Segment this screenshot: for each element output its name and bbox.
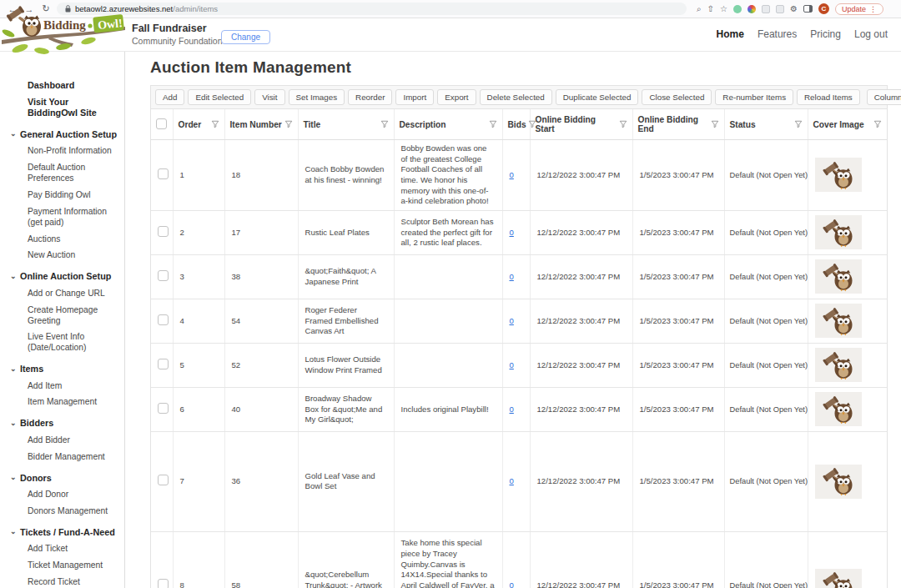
row-checkbox[interactable] bbox=[158, 226, 169, 237]
row-checkbox[interactable] bbox=[158, 403, 169, 414]
sidebar-item[interactable]: Online Auction Setup bbox=[0, 269, 124, 285]
filter-icon[interactable] bbox=[873, 120, 882, 128]
row-checkbox[interactable] bbox=[158, 579, 169, 588]
toolbar-button[interactable]: Re-number Items bbox=[715, 89, 793, 105]
kebab-menu-icon[interactable]: ⋮ bbox=[869, 5, 877, 13]
sidebar-item[interactable]: Item Management bbox=[0, 395, 124, 411]
toolbar-button[interactable]: Edit Selected bbox=[188, 89, 251, 105]
columns-dropdown-button[interactable]: Columns ▼ bbox=[867, 89, 901, 105]
select-all-checkbox[interactable] bbox=[156, 118, 167, 129]
cover-image[interactable] bbox=[815, 215, 862, 249]
column-header[interactable]: Description bbox=[394, 109, 502, 140]
bids-link[interactable]: 0 bbox=[510, 272, 514, 281]
profile-avatar[interactable]: C bbox=[818, 3, 829, 14]
column-header[interactable]: Item Number bbox=[224, 109, 298, 140]
sidebar-item[interactable]: Pay Bidding Owl bbox=[0, 188, 124, 204]
column-header[interactable]: Cover Image bbox=[808, 109, 887, 140]
sidebar-item[interactable]: Donors bbox=[0, 470, 124, 486]
sidebar-item[interactable]: Add Bidder bbox=[0, 432, 124, 449]
filter-icon[interactable] bbox=[284, 120, 293, 128]
sidebar-item[interactable]: Add Donor bbox=[0, 486, 124, 503]
side-panel-icon[interactable] bbox=[803, 5, 813, 13]
sidebar-item[interactable]: Tickets / Fund-A-Need bbox=[0, 524, 124, 540]
toolbar-button[interactable]: Reorder bbox=[348, 89, 392, 105]
sidebar-item[interactable]: Non-Profit Information bbox=[0, 143, 124, 160]
sidebar-item[interactable]: Live Event Info (Date/Location) bbox=[0, 329, 124, 357]
sidebar-item[interactable]: Record Ticket bbox=[0, 574, 124, 588]
filter-icon[interactable] bbox=[380, 120, 389, 128]
nav-link[interactable]: Pricing bbox=[810, 28, 841, 40]
cover-image[interactable] bbox=[815, 348, 862, 382]
column-header[interactable]: Title bbox=[298, 109, 394, 140]
sidebar-item[interactable]: Payment Information (get paid) bbox=[0, 204, 124, 231]
row-checkbox[interactable] bbox=[158, 270, 169, 281]
extension-colorwheel-icon[interactable] bbox=[747, 5, 756, 13]
filter-icon[interactable] bbox=[711, 120, 719, 128]
sidebar-item[interactable]: Add Ticket bbox=[0, 541, 124, 558]
extensions-puzzle-icon[interactable]: ⚙ bbox=[790, 5, 798, 13]
sidebar-item[interactable]: Ticket Management bbox=[0, 558, 124, 575]
toolbar-button[interactable]: Reload Items bbox=[797, 89, 860, 105]
row-checkbox[interactable] bbox=[158, 314, 169, 325]
sidebar-item[interactable]: Bidders bbox=[0, 415, 124, 432]
row-checkbox[interactable] bbox=[158, 168, 169, 179]
sidebar-item[interactable]: Dashboard bbox=[0, 77, 124, 93]
column-header[interactable]: Order bbox=[173, 109, 224, 140]
filter-icon[interactable] bbox=[211, 120, 219, 128]
cover-image[interactable] bbox=[815, 259, 862, 294]
toolbar-button[interactable]: Close Selected bbox=[642, 89, 712, 105]
toolbar-button[interactable]: Add bbox=[155, 89, 184, 105]
extension-icon[interactable] bbox=[762, 5, 770, 13]
share-icon[interactable]: ⇧ bbox=[707, 5, 714, 13]
sidebar-item[interactable]: Auctions bbox=[0, 231, 124, 248]
bids-link[interactable]: 0 bbox=[510, 360, 514, 369]
sidebar-item[interactable]: New Auction bbox=[0, 248, 124, 264]
cover-image[interactable] bbox=[815, 392, 862, 426]
column-header[interactable]: Online Bidding End bbox=[632, 109, 724, 140]
toolbar-button[interactable]: Visit bbox=[254, 89, 284, 105]
extension-flag-icon[interactable] bbox=[776, 5, 784, 13]
update-button[interactable]: Update⋮ bbox=[835, 3, 883, 15]
nav-link[interactable]: Log out bbox=[854, 28, 888, 40]
nav-link[interactable]: Home bbox=[717, 28, 744, 40]
cover-image[interactable] bbox=[815, 304, 862, 338]
toolbar-button[interactable]: Set Images bbox=[289, 89, 345, 105]
nav-link[interactable]: Features bbox=[758, 28, 797, 40]
sidebar-item[interactable]: Add Item bbox=[0, 378, 124, 395]
column-header[interactable]: Bids bbox=[502, 109, 530, 140]
sidebar-item[interactable]: Visit Your BiddingOwl Site bbox=[0, 93, 124, 122]
row-checkbox[interactable] bbox=[158, 359, 169, 369]
sidebar-item[interactable]: Donors Management bbox=[0, 503, 124, 520]
extension-green-icon[interactable] bbox=[733, 5, 742, 13]
toolbar-button[interactable]: Delete Selected bbox=[480, 89, 552, 105]
bids-link[interactable]: 0 bbox=[510, 316, 514, 325]
address-bar[interactable]: betaowl2.azurewebsites.net/admin/items bbox=[57, 3, 687, 15]
filter-icon[interactable] bbox=[489, 120, 497, 128]
cover-image[interactable] bbox=[815, 465, 862, 499]
sidebar-item[interactable]: Add or Change URL bbox=[0, 285, 124, 302]
filter-icon[interactable] bbox=[794, 120, 803, 128]
row-checkbox[interactable] bbox=[158, 475, 169, 485]
bids-link[interactable]: 0 bbox=[510, 580, 514, 588]
bidding-owl-logo[interactable]: Bidding Owl! bbox=[2, 2, 125, 55]
toolbar-button[interactable]: Export bbox=[437, 89, 476, 105]
bids-link[interactable]: 0 bbox=[510, 405, 514, 414]
column-header[interactable]: Online Bidding Start bbox=[530, 109, 632, 140]
sidebar-item[interactable]: Items bbox=[0, 361, 124, 378]
cover-image[interactable] bbox=[815, 569, 862, 588]
toolbar-button[interactable]: Import bbox=[395, 89, 434, 105]
filter-icon[interactable] bbox=[619, 120, 627, 128]
bids-link[interactable]: 0 bbox=[510, 476, 514, 485]
cover-image[interactable] bbox=[815, 158, 862, 192]
sidebar-item[interactable]: General Auction Setup bbox=[0, 126, 124, 143]
bids-link[interactable]: 0 bbox=[510, 170, 514, 179]
column-header[interactable]: Status bbox=[724, 109, 808, 140]
sidebar-item[interactable]: Create Homepage Greeting bbox=[0, 302, 124, 329]
bids-link[interactable]: 0 bbox=[510, 228, 514, 237]
bookmark-star-icon[interactable]: ☆ bbox=[720, 5, 727, 13]
sidebar-item[interactable]: Bidder Management bbox=[0, 449, 124, 465]
search-icon[interactable]: ⌕ bbox=[697, 5, 702, 13]
change-auction-button[interactable]: Change bbox=[221, 30, 270, 44]
sidebar-item[interactable]: Default Auction Preferences bbox=[0, 160, 124, 188]
toolbar-button[interactable]: Duplicate Selected bbox=[556, 89, 639, 105]
